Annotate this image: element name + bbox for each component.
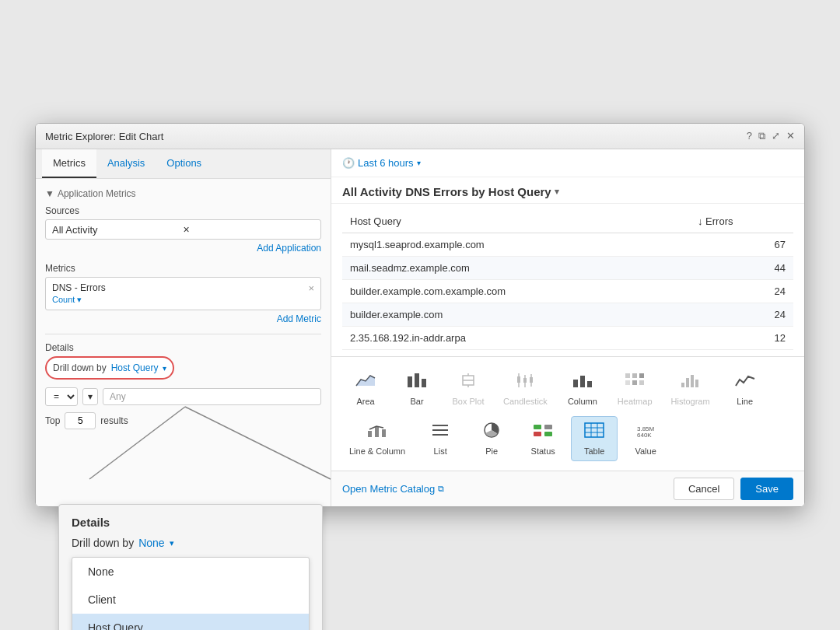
svg-rect-3 [422,379,426,387]
table-cell-host: 2.35.168.192.in-addr.arpa [342,327,690,350]
external-icon: ⧉ [438,484,444,494]
app-metrics-header: ▼ Application Metrics [45,188,321,199]
chart-title-dropdown-icon[interactable]: ▾ [555,187,559,197]
svg-rect-29 [382,429,386,437]
table-header-errors[interactable]: ↓ Errors [690,210,793,233]
table-row: builder.example.com24 [342,303,793,327]
drill-label: Drill down by [53,362,107,373]
sources-value: All Activity [52,224,184,236]
chart-type-list[interactable]: List [417,416,464,461]
chart-type-line-column[interactable]: Line & Column [342,416,412,461]
open-metric-catalog-link[interactable]: Open Metric Catalog ⧉ [342,483,444,495]
chart-type-label-line: Line [737,397,753,406]
sources-input[interactable]: All Activity × [45,219,321,240]
svg-rect-23 [681,383,684,387]
dropdown-item-client[interactable]: Client [72,586,309,614]
title-bar-icons: ? ⧉ ⤢ ✕ [747,130,795,142]
chart-type-value[interactable]: 3.85M640KValue [622,416,669,461]
chart-type-status[interactable]: Status [520,416,566,461]
drill-value[interactable]: Host Query [111,362,159,373]
chart-type-table[interactable]: Table [571,416,618,461]
svg-rect-35 [544,425,552,429]
window-title: Metric Explorer: Edit Chart [45,131,163,142]
svg-rect-21 [632,380,637,385]
results-label: results [100,415,128,426]
cancel-button[interactable]: Cancel [674,478,734,500]
chart-title: All Activity DNS Errors by Host Query ▾ [342,185,793,198]
filter-value-input[interactable] [103,388,321,405]
metric-item: DNS - Errors Count ▾ × [45,277,321,310]
chart-type-pie[interactable]: Pie [468,416,515,461]
floating-drill-value[interactable]: None [138,537,164,549]
svg-rect-16 [587,381,592,387]
table-row: mail.seadmz.example.com44 [342,257,793,280]
metric-name: DNS - Errors [52,282,314,293]
chart-type-bar[interactable]: Bar [394,366,440,411]
table-cell-errors: 67 [690,233,793,257]
metric-clear-icon[interactable]: × [308,282,314,294]
tab-options[interactable]: Options [156,149,212,178]
time-bar: 🕐 Last 6 hours ▾ [331,149,804,177]
table-header-host[interactable]: Host Query [342,210,690,233]
sources-clear-icon[interactable]: × [184,223,315,236]
column-chart-icon [572,372,593,394]
chart-header: All Activity DNS Errors by Host Query ▾ [331,177,804,204]
data-table: Host Query ↓ Errors mysql1.seaprod.examp… [342,210,793,350]
top-row: Top results [45,412,321,429]
svg-rect-9 [517,376,520,383]
chart-type-label-list: List [434,446,447,456]
title-bar: Metric Explorer: Edit Chart ? ⧉ ⤢ ✕ [36,124,804,149]
chart-type-label-table: Table [584,446,604,456]
section-label: Application Metrics [58,188,136,199]
chart-type-candlestick[interactable]: Candlestick [496,366,555,411]
svg-rect-1 [408,376,412,387]
dropdown-item-host-query[interactable]: Host Query [72,614,309,630]
floating-drill-arrow-icon[interactable]: ▾ [170,538,174,548]
chart-type-histogram[interactable]: Histogram [664,366,717,411]
external-link-icon[interactable]: ⧉ [758,130,765,142]
chart-type-selector: AreaBarBox PlotCandlestickColumnHeatmapH… [331,356,804,471]
close-icon[interactable]: ✕ [786,130,795,142]
filter-arrow-select[interactable]: ▾ [82,388,98,405]
table-row: 2.35.168.192.in-addr.arpa12 [342,327,793,350]
left-content: ▼ Application Metrics Sources All Activi… [36,179,331,506]
right-panel: 🕐 Last 6 hours ▾ All Activity DNS Errors… [331,149,804,506]
details-section: Details Drill down by Host Query ▾ = [45,334,321,429]
drill-arrow-icon[interactable]: ▾ [163,364,166,373]
save-button[interactable]: Save [740,478,793,500]
histogram-chart-icon [680,372,702,394]
modal: Metric Explorer: Edit Chart ? ⧉ ⤢ ✕ Metr… [35,123,805,507]
top-value-input[interactable] [65,412,96,429]
time-dropdown-icon[interactable]: ▾ [417,159,421,167]
chart-type-box-plot[interactable]: Box Plot [445,366,492,411]
chart-type-label-candlestick: Candlestick [503,397,548,406]
dropdown-item-none[interactable]: None [72,558,309,586]
list-chart-icon [429,422,451,443]
metric-count[interactable]: Count ▾ [52,295,82,304]
chart-type-line[interactable]: Line [722,366,768,411]
svg-rect-25 [691,375,694,387]
add-application-link[interactable]: Add Application [45,243,321,254]
filter-operator-select[interactable]: = [45,387,78,406]
chart-type-area[interactable]: Area [342,366,389,411]
svg-rect-34 [534,425,541,429]
time-label[interactable]: Last 6 hours [358,157,414,169]
svg-rect-36 [534,432,541,436]
table-row: mysql1.seaprod.example.com67 [342,233,793,257]
chart-type-label-area: Area [356,397,374,406]
svg-rect-20 [625,380,630,385]
chart-type-column[interactable]: Column [559,366,606,411]
bar-chart-icon [406,372,428,394]
tabs: Metrics Analysis Options [36,149,331,179]
linecolumn-chart-icon [366,422,388,443]
tab-analysis[interactable]: Analysis [96,149,156,178]
tab-metrics[interactable]: Metrics [42,149,96,178]
svg-rect-17 [625,373,630,378]
help-icon[interactable]: ? [747,130,752,142]
svg-rect-13 [530,377,533,383]
modal-footer: Open Metric Catalog ⧉ Cancel Save [331,471,804,506]
add-metric-link[interactable]: Add Metric [45,313,321,324]
expand-icon[interactable]: ⤢ [772,130,780,142]
chart-type-heatmap[interactable]: Heatmap [611,366,660,411]
floating-drill-label: Drill down by [72,537,134,549]
